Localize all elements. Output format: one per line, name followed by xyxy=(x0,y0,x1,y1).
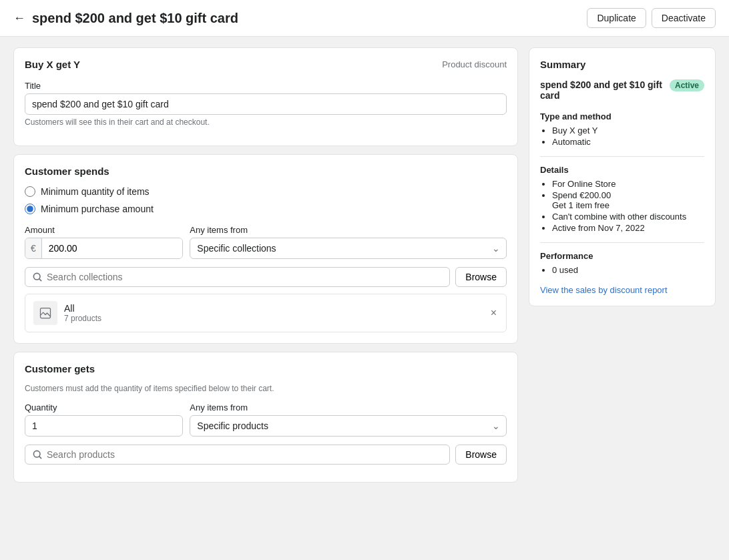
customer-spends-card: Customer spends Minimum quantity of item… xyxy=(13,154,518,344)
summary-name-row: spend $200 and get $10 gift card Active xyxy=(540,79,704,102)
customer-gets-hint: Customers must add the quantity of items… xyxy=(25,384,507,393)
collections-select-wrapper: Specific collections ⌄ xyxy=(190,238,507,259)
customer-spends-title: Customer spends xyxy=(25,166,507,177)
customer-gets-card: Customer gets Customers must add the qua… xyxy=(13,352,518,483)
search-collections-wrapper[interactable] xyxy=(25,267,450,287)
products-select[interactable]: Specific products xyxy=(190,415,507,437)
any-items-label: Any items from xyxy=(190,225,507,235)
type-method-list: Buy X get Y Automatic xyxy=(540,125,704,147)
details-title: Details xyxy=(540,165,704,175)
card-section-title: Buy X get Y xyxy=(25,59,80,70)
top-bar-left: ← spend $200 and get $10 gift card xyxy=(13,11,238,26)
details-item-spend: Spend €200.00Get 1 item free xyxy=(552,190,704,210)
search-collections-input[interactable] xyxy=(47,272,443,282)
details-item-store: For Online Store xyxy=(552,179,704,189)
type-item-buy-x: Buy X get Y xyxy=(552,125,704,135)
card-header: Buy X get Y Product discount xyxy=(25,59,507,70)
divider-2 xyxy=(540,242,704,243)
title-form-group: Title Customers will see this in their c… xyxy=(25,81,507,127)
browse-collections-button[interactable]: Browse xyxy=(455,267,507,287)
type-item-automatic: Automatic xyxy=(552,137,704,147)
radio-minimum-amount-label: Minimum purchase amount xyxy=(41,204,154,214)
details-item-active-from: Active from Nov 7, 2022 xyxy=(552,223,704,233)
quantity-input[interactable] xyxy=(25,415,183,437)
main-content: Buy X get Y Product discount Title Custo… xyxy=(0,37,729,493)
collection-icon xyxy=(33,301,57,325)
spend-radio-group: Minimum quantity of items Minimum purcha… xyxy=(25,186,507,214)
amount-input[interactable] xyxy=(42,238,183,258)
collection-count: 7 products xyxy=(64,314,483,323)
search-products-wrapper[interactable] xyxy=(25,445,450,465)
radio-minimum-quantity[interactable]: Minimum quantity of items xyxy=(25,186,507,197)
quantity-group: Quantity xyxy=(25,402,183,437)
gets-any-items-group: Any items from Specific products ⌄ xyxy=(190,402,507,437)
title-input[interactable] xyxy=(25,93,507,115)
top-bar: ← spend $200 and get $10 gift card Dupli… xyxy=(0,0,729,37)
summary-title: Summary xyxy=(540,59,704,70)
amount-prefix: € xyxy=(25,238,42,258)
left-column: Buy X get Y Product discount Title Custo… xyxy=(13,47,518,483)
details-item-combine: Can't combine with other discounts xyxy=(552,212,704,222)
collection-name: All xyxy=(64,303,483,314)
products-select-wrapper: Specific products ⌄ xyxy=(190,415,507,437)
performance-title: Performance xyxy=(540,251,704,261)
amount-group: Amount € xyxy=(25,225,183,259)
duplicate-button[interactable]: Duplicate xyxy=(587,8,646,28)
title-hint: Customers will see this in their cart an… xyxy=(25,117,507,127)
radio-minimum-quantity-label: Minimum quantity of items xyxy=(41,186,150,197)
collection-info: All 7 products xyxy=(64,303,483,323)
any-items-group: Any items from Specific collections ⌄ xyxy=(190,225,507,259)
details-list: For Online Store Spend €200.00Get 1 item… xyxy=(540,179,704,233)
performance-list: 0 used xyxy=(540,265,704,275)
back-button[interactable]: ← xyxy=(13,11,25,25)
radio-minimum-quantity-input[interactable] xyxy=(25,186,35,197)
performance-item-used: 0 used xyxy=(552,265,704,275)
quantity-row: Quantity Any items from Specific product… xyxy=(25,402,507,437)
customer-gets-title: Customer gets xyxy=(25,363,507,374)
search-collections-row: Browse xyxy=(25,267,507,287)
svg-rect-1 xyxy=(41,308,51,318)
remove-collection-button[interactable]: × xyxy=(489,306,498,320)
amount-label: Amount xyxy=(25,225,183,235)
right-column: Summary spend $200 and get $10 gift card… xyxy=(529,47,716,483)
browse-products-button[interactable]: Browse xyxy=(455,445,507,465)
collections-select[interactable]: Specific collections xyxy=(190,238,507,259)
radio-minimum-amount[interactable]: Minimum purchase amount xyxy=(25,204,507,214)
buy-x-get-y-card: Buy X get Y Product discount Title Custo… xyxy=(13,47,518,146)
quantity-label: Quantity xyxy=(25,402,183,412)
gets-any-items-label: Any items from xyxy=(190,402,507,412)
collection-image-icon xyxy=(39,306,52,320)
radio-minimum-amount-input[interactable] xyxy=(25,204,35,214)
summary-card: Summary spend $200 and get $10 gift card… xyxy=(529,47,716,306)
card-type-label: Product discount xyxy=(442,59,507,69)
page-title: spend $200 and get $10 gift card xyxy=(32,11,238,26)
search-products-input[interactable] xyxy=(47,449,443,460)
search-icon xyxy=(32,272,43,282)
active-badge: Active xyxy=(670,79,704,91)
collection-item: All 7 products × xyxy=(25,294,507,332)
type-method-title: Type and method xyxy=(540,111,704,121)
summary-discount-name: spend $200 and get $10 gift card xyxy=(540,79,663,101)
title-label: Title xyxy=(25,81,507,91)
search-products-row: Browse xyxy=(25,445,507,465)
divider-1 xyxy=(540,156,704,157)
top-bar-actions: Duplicate Deactivate xyxy=(587,8,716,28)
amount-input-wrapper: € xyxy=(25,238,183,259)
amount-row: Amount € Any items from Specific collect… xyxy=(25,225,507,259)
report-link[interactable]: View the sales by discount report xyxy=(540,285,668,295)
search-products-icon xyxy=(32,449,43,460)
deactivate-button[interactable]: Deactivate xyxy=(652,8,716,28)
